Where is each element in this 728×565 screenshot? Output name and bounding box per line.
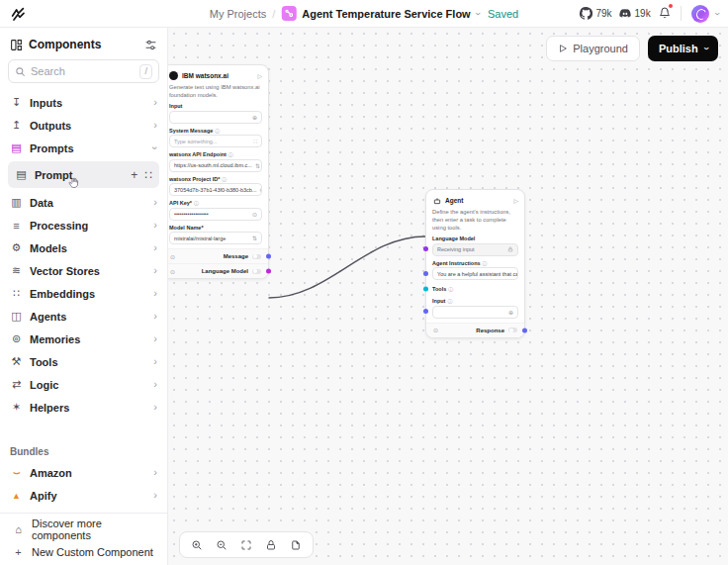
globe-icon: ⊕ [508, 309, 513, 316]
expand-icon[interactable]: ∷ [253, 138, 257, 144]
memory-icon: ⊚ [10, 332, 23, 345]
project-id-field[interactable]: 37054d7b-37b1-43f0-b380-b3cb... ⊕ [169, 183, 262, 196]
info-icon: ⓘ [222, 176, 227, 182]
drag-handle-icon[interactable]: ∷ [144, 169, 152, 181]
eye-icon[interactable]: ⊙ [252, 211, 257, 218]
api-endpoint-select[interactable]: https://us-south.ml.cloud.ibm.c... ⇅ [169, 159, 262, 172]
sidebar-item-apify[interactable]: ▲ Apify › [8, 484, 159, 507]
publish-button[interactable]: Publish › [648, 36, 718, 61]
sidebar-item-helpers[interactable]: ✶ Helpers › [8, 396, 159, 419]
sidebar-item-inputs[interactable]: ↧ Inputs › [8, 91, 159, 114]
info-icon: ⓘ [194, 200, 199, 206]
globe-icon: ⊕ [252, 114, 257, 121]
visibility-eye-icon[interactable]: ⊙ [170, 253, 175, 260]
sidebar-item-agents[interactable]: ◫ Agents › [8, 305, 159, 328]
output-toggle[interactable] [252, 254, 261, 259]
node-agent[interactable]: Agent ▷ Define the agent's instructions,… [425, 189, 525, 338]
sidebar-item-tools[interactable]: ⚒ Tools › [8, 350, 159, 373]
discord-count[interactable]: 19k [618, 7, 651, 21]
handle-agent-input[interactable] [423, 309, 428, 314]
handle-language-model-input[interactable] [423, 246, 428, 251]
output-row-message: ⊙ Message [168, 248, 268, 263]
github-stars[interactable]: 79k [580, 7, 611, 20]
agent-instructions-field[interactable]: You are a helpful assistant that ca... ∷ [432, 267, 518, 280]
add-note-button[interactable] [290, 539, 302, 551]
handle-response-output[interactable] [522, 328, 527, 332]
components-sidebar: Components Search / ↧ Inputs › ↥ Outputs… [0, 28, 168, 565]
field-input: Input ⊕ [169, 103, 262, 124]
search-icon [15, 66, 26, 77]
github-icon [580, 7, 592, 20]
breadcrumb-my-projects[interactable]: My Projects [210, 8, 266, 20]
node-description: Generate text using IBM watsonx.ai found… [169, 83, 262, 99]
chevron-right-icon: › [153, 490, 157, 501]
handle-language-model-output[interactable] [266, 269, 271, 274]
agent-input-field[interactable]: ⊕ [432, 306, 518, 319]
flow-name: Agent Temperature Service Flow [302, 8, 470, 20]
sidebar-item-processing[interactable]: ≡ Processing › [8, 214, 159, 236]
langflow-logo [10, 6, 26, 22]
visibility-eye-icon[interactable]: ⊙ [433, 327, 438, 333]
visibility-eye-icon[interactable]: ⊙ [170, 268, 175, 275]
sidebar-settings-icon[interactable] [144, 39, 157, 51]
handle-message-output[interactable] [266, 254, 271, 259]
arrows-icon: ⇄ [10, 378, 23, 391]
play-icon [558, 44, 568, 53]
brain-icon: ⚙ [10, 241, 23, 254]
sidebar-item-models[interactable]: ⚙ Models › [8, 236, 159, 259]
input-field[interactable]: ⊕ [169, 111, 262, 124]
node-title: IBM watsonx.ai [182, 72, 253, 79]
node-play-icon[interactable]: ▷ [257, 72, 262, 79]
chevron-right-icon: › [153, 97, 157, 108]
download-icon: ↧ [10, 96, 23, 109]
node-ibm-watsonx[interactable]: IBM watsonx.ai ▷ Generate text using IBM… [168, 64, 269, 279]
components-icon [10, 39, 23, 51]
sidebar-item-prompts[interactable]: ▤ Prompts › [8, 137, 159, 159]
avatar[interactable] [691, 5, 709, 23]
new-custom-component-button[interactable]: + New Custom Component [10, 540, 157, 563]
flow-canvas[interactable]: Playground Publish › IBM watsonx.ai ▷ Ge… [168, 28, 728, 565]
handle-agent-instructions-input[interactable] [423, 271, 428, 276]
discover-components-button[interactable]: ⌂ Discover more components [10, 518, 157, 540]
sidebar-item-vector-stores[interactable]: ≋ Vector Stores › [8, 259, 159, 282]
save-status: Saved [488, 8, 518, 20]
info-icon: ⓘ [483, 260, 488, 266]
store-icon: ⌂ [12, 523, 25, 535]
lock-icon [507, 246, 513, 252]
zoom-out-button[interactable] [216, 539, 228, 551]
playground-button[interactable]: Playground [546, 36, 640, 61]
sidebar-item-logic[interactable]: ⇄ Logic › [8, 373, 159, 396]
chevron-right-icon: › [153, 120, 157, 131]
fit-view-button[interactable] [240, 539, 252, 551]
zoom-in-button[interactable] [191, 539, 203, 551]
component-item-prompt[interactable]: ▤ Prompt + ∷ [8, 161, 159, 188]
sidebar-item-data[interactable]: ▥ Data › [8, 191, 159, 214]
output-toggle[interactable] [252, 269, 261, 274]
add-component-button[interactable]: + [131, 169, 137, 181]
bot-icon: ◫ [10, 310, 23, 323]
notifications-button[interactable] [659, 5, 671, 23]
model-name-select[interactable]: mistralai/mistral-large ⇅ [169, 232, 262, 244]
notification-badge [669, 4, 673, 8]
system-message-field[interactable]: Type something... ∷ [169, 135, 262, 147]
field-agent-instructions: Agent Instructionsⓘ You are a helpful as… [432, 260, 518, 281]
chevron-right-icon: › [153, 288, 157, 299]
lock-button[interactable] [265, 539, 277, 551]
api-key-field[interactable]: •••••••••••••••••• ⊙ [169, 208, 262, 221]
account-chevron-icon[interactable]: › [711, 12, 721, 15]
chevron-right-icon: › [153, 402, 157, 413]
upload-icon: ↥ [10, 119, 23, 132]
output-toggle[interactable] [508, 328, 517, 332]
sidebar-item-embeddings[interactable]: ∷ Embeddings › [8, 282, 159, 305]
sidebar-item-outputs[interactable]: ↥ Outputs › [8, 114, 159, 137]
node-play-icon[interactable]: ▷ [513, 197, 518, 204]
select-arrows-icon: ⇅ [252, 235, 257, 241]
sidebar-item-memories[interactable]: ⊚ Memories › [8, 328, 159, 350]
info-icon: ⓘ [215, 128, 220, 134]
flow-menu-chevron-icon[interactable]: › [473, 12, 483, 15]
sidebar-item-amazon[interactable]: ⌣ Amazon › [8, 461, 159, 484]
filter-icon: ≡ [10, 220, 23, 232]
chevron-right-icon: › [153, 333, 157, 344]
handle-tools-input[interactable] [423, 287, 428, 292]
search-input[interactable]: Search / [8, 59, 159, 83]
